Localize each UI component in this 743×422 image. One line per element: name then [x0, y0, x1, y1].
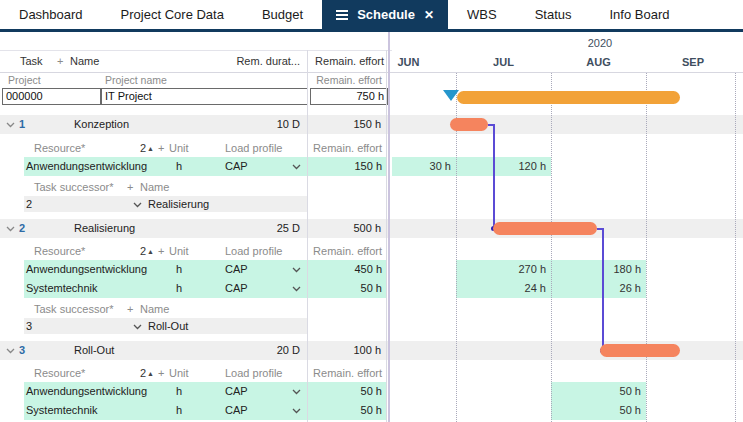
add-resource-icon[interactable]: +: [158, 139, 164, 157]
gantt-month-jul: JUL: [456, 55, 551, 69]
successor-header-label: Task successor*: [34, 179, 113, 196]
resource-unit: h: [176, 157, 182, 176]
resource-name[interactable]: Anwendungsentwicklung: [26, 382, 147, 401]
table-gantt-splitter[interactable]: [388, 32, 390, 422]
gantt-effort-cell-jul: 24 h: [456, 279, 551, 298]
resource-effort-label: Remain. effort: [292, 139, 382, 157]
tab-schedule[interactable]: Schedule ✕: [322, 0, 448, 29]
tab-info-board[interactable]: Info Board: [590, 0, 688, 29]
resource-count: 2: [140, 139, 146, 157]
project-id-label: Project: [8, 73, 41, 87]
project-effort-label: Remain. effort: [282, 73, 382, 87]
gantt-bar-konzeption[interactable]: [450, 118, 488, 131]
successor-name-label: Name: [140, 179, 169, 196]
chevron-down-icon[interactable]: [292, 408, 301, 414]
tab-label: Budget: [262, 7, 303, 22]
task-row-realisierung[interactable]: 2 Realisierung 25 D 500 h: [0, 219, 743, 238]
sort-asc-icon[interactable]: ▲: [147, 140, 154, 158]
successor-name: Realisierung: [148, 196, 209, 212]
tab-bar: Dashboard Project Core Data Budget Sched…: [0, 0, 743, 32]
resource-unit-label: Unit: [169, 364, 189, 382]
successor-header-row: Task successor* + Name: [24, 179, 386, 196]
resource-row[interactable]: Anwendungsentwicklung h CAP 50 h: [24, 382, 386, 401]
resource-header-label: Resource*: [34, 364, 85, 382]
task-name: Konzeption: [74, 115, 129, 134]
task-effort: 100 h: [281, 341, 381, 360]
resource-load: CAP: [225, 260, 248, 279]
resource-load: CAP: [225, 401, 248, 420]
successor-row[interactable]: 2 Realisierung: [24, 196, 307, 212]
tab-wbs[interactable]: WBS: [448, 0, 516, 29]
chevron-down-icon[interactable]: [292, 286, 301, 292]
sort-asc-icon[interactable]: ▲: [147, 243, 154, 261]
gantt-year-label: 2020: [460, 37, 740, 50]
gantt-gridline-sep: [646, 73, 647, 422]
successor-header-label: Task successor*: [34, 301, 113, 318]
tab-label: Info Board: [609, 7, 669, 22]
sort-asc-icon[interactable]: ▲: [147, 365, 154, 383]
add-successor-icon[interactable]: +: [127, 301, 133, 318]
tab-budget[interactable]: Budget: [243, 0, 322, 29]
resource-row[interactable]: Anwendungsentwicklung h CAP 150 h: [24, 157, 386, 176]
resource-row[interactable]: Systemtechnik h CAP 50 h: [24, 401, 386, 420]
task-effort: 150 h: [281, 115, 381, 134]
expander-chevron-icon[interactable]: [6, 348, 15, 354]
resource-header-row: Resource* 2 ▲ + Unit Load profile Remain…: [24, 139, 386, 157]
project-effort-input[interactable]: 750 h: [310, 88, 388, 105]
resource-name[interactable]: Systemtechnik: [26, 401, 98, 420]
resource-unit-label: Unit: [169, 139, 189, 157]
resource-effort[interactable]: 50 h: [302, 279, 382, 298]
resource-name[interactable]: Anwendungsentwicklung: [26, 157, 147, 176]
chevron-down-icon[interactable]: [292, 164, 301, 170]
chevron-down-icon[interactable]: [133, 202, 142, 208]
resource-unit: h: [176, 279, 182, 298]
gantt-effort-cell-jun: 30 h: [392, 157, 456, 176]
successor-name-label: Name: [140, 301, 169, 318]
resource-name[interactable]: Systemtechnik: [26, 279, 98, 298]
resource-unit: h: [176, 260, 182, 279]
resource-row[interactable]: Systemtechnik h CAP 50 h: [24, 279, 386, 298]
resource-effort[interactable]: 50 h: [302, 401, 382, 420]
column-separator: [386, 50, 387, 422]
task-id: 2: [19, 219, 25, 238]
resource-effort[interactable]: 450 h: [302, 260, 382, 279]
add-resource-icon[interactable]: +: [158, 364, 164, 382]
resource-effort[interactable]: 150 h: [302, 157, 382, 176]
expander-chevron-icon[interactable]: [6, 122, 15, 128]
tab-project-core-data[interactable]: Project Core Data: [102, 0, 243, 29]
gantt-bar-roll-out[interactable]: [600, 344, 680, 357]
close-icon[interactable]: ✕: [424, 8, 434, 22]
gantt-bar-realisierung[interactable]: [493, 222, 597, 235]
successor-row[interactable]: 3 Roll-Out: [24, 318, 307, 334]
menu-icon[interactable]: [336, 8, 348, 22]
add-task-icon[interactable]: +: [57, 50, 63, 72]
chevron-down-icon[interactable]: [133, 324, 142, 330]
resource-effort[interactable]: 50 h: [302, 382, 382, 401]
resource-header-row: Resource* 2 ▲ + Unit Load profile Remain…: [24, 364, 386, 382]
add-resource-icon[interactable]: +: [158, 242, 164, 260]
resource-name[interactable]: Anwendungsentwicklung: [26, 260, 147, 279]
tab-label: Project Core Data: [121, 7, 224, 22]
chevron-down-icon[interactable]: [292, 389, 301, 395]
successor-header-row: Task successor* + Name: [24, 301, 386, 318]
tab-label: Status: [535, 7, 572, 22]
gantt-effort-cell-aug: 180 h: [551, 260, 646, 279]
tab-label: WBS: [467, 7, 497, 22]
resource-effort-label: Remain. effort: [292, 364, 382, 382]
schedule-window: Dashboard Project Core Data Budget Sched…: [0, 0, 743, 422]
task-row-konzeption[interactable]: 1 Konzeption 10 D 150 h: [0, 115, 743, 134]
gantt-effort-cell-jul: 120 h: [456, 157, 551, 176]
resource-load-label: Load profile: [225, 242, 283, 260]
project-header-row: Project Project name Remain. effort: [0, 73, 392, 87]
expander-chevron-icon[interactable]: [6, 226, 15, 232]
add-successor-icon[interactable]: +: [127, 179, 133, 196]
project-id-input[interactable]: 000000: [2, 88, 101, 105]
tab-dashboard[interactable]: Dashboard: [0, 0, 102, 29]
resource-count: 2: [140, 242, 146, 260]
tab-status[interactable]: Status: [516, 0, 591, 29]
resource-row[interactable]: Anwendungsentwicklung h CAP 450 h: [24, 260, 386, 279]
chevron-down-icon[interactable]: [292, 267, 301, 273]
gantt-bar-project[interactable]: [457, 91, 680, 104]
project-name-label: Project name: [105, 73, 167, 87]
project-name-input[interactable]: IT Project: [101, 88, 308, 105]
